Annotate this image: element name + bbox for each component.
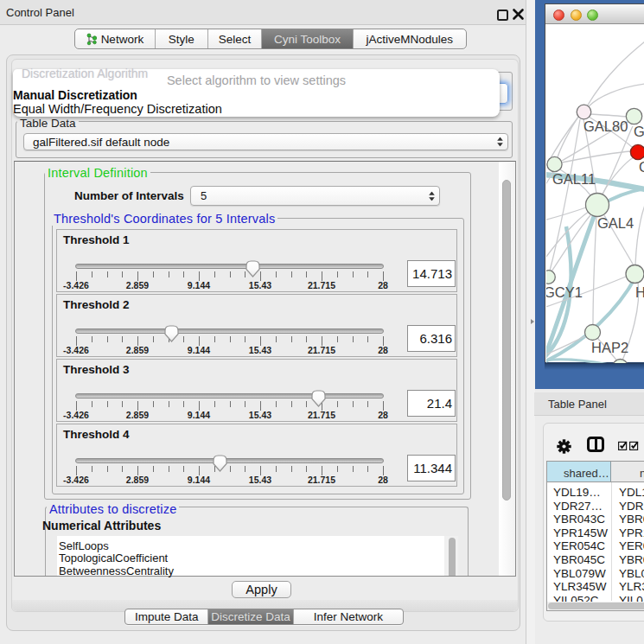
svg-text:GAL11: GAL11 xyxy=(552,171,596,187)
svg-text:GA: GA xyxy=(634,124,644,139)
svg-text:GAL80: GAL80 xyxy=(583,118,628,134)
svg-text:C: C xyxy=(639,159,644,175)
svg-text:HAP2: HAP2 xyxy=(591,340,628,355)
svg-text:H: H xyxy=(635,284,644,300)
svg-text:GAL4: GAL4 xyxy=(597,215,634,231)
svg-text:GCY1: GCY1 xyxy=(546,284,583,300)
